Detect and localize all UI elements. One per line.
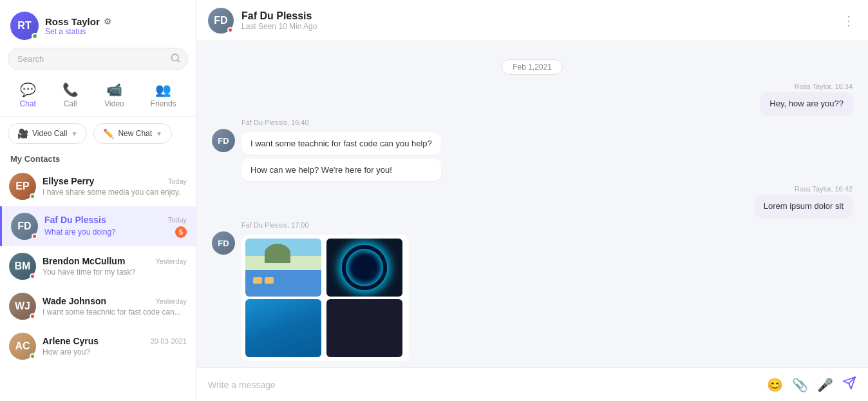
chat-contact-status: Last Seen 10 Min Ago	[241, 22, 317, 31]
media-thumb-blue[interactable]	[245, 299, 321, 357]
message-bubble: Lorem ipsum dolor sit	[755, 195, 853, 217]
contact-name: Wade Johnson	[42, 296, 106, 306]
chat-status-dot	[227, 27, 233, 33]
media-thumb-beach[interactable]	[245, 239, 321, 297]
list-item[interactable]: EP Ellyse Perry Today I have share some …	[0, 166, 196, 206]
contact-top: Faf Du Plessis Today	[44, 215, 187, 225]
contact-bottom: What are you doing? 5	[44, 225, 187, 238]
contact-preview: How are you?	[42, 347, 187, 357]
tab-video-label: Video	[104, 99, 124, 108]
chat-area: FD Faf Du Plessis Last Seen 10 Min Ago ⋮…	[196, 0, 868, 401]
tab-video[interactable]: 📹 Video	[98, 79, 130, 111]
send-icon[interactable]	[842, 376, 856, 393]
contact-name: Faf Du Plessis	[44, 215, 106, 225]
message-input[interactable]	[208, 380, 758, 390]
tab-friends-label: Friends	[151, 99, 176, 108]
contact-body: Arlene Cyrus 20-03-2021 How are you?	[42, 336, 187, 357]
new-chat-label: New Chat	[118, 129, 152, 138]
video-call-label: Video Call	[32, 129, 67, 138]
message-bubble: How can we help? We're here for you!	[241, 159, 441, 181]
contact-avatar-wrap: WJ	[9, 293, 36, 320]
message-bubble: I want some teachnic for fast code can y…	[241, 132, 441, 155]
chat-header-avatar: FD	[208, 8, 234, 34]
chat-header-left: FD Faf Du Plessis Last Seen 10 Min Ago	[208, 8, 317, 34]
video-call-icon: 🎥	[17, 128, 28, 139]
contact-avatar-wrap: FD	[11, 213, 38, 240]
incoming-media-avatar-initials: FD	[212, 231, 235, 255]
tab-friends[interactable]: 👥 Friends	[144, 79, 183, 111]
media-grid	[241, 235, 409, 361]
contact-body: Wade Johnson Yesterday I want some teach…	[42, 296, 187, 317]
status-dot	[30, 313, 35, 319]
contact-time: Yesterday	[155, 297, 187, 305]
user-name: Ross Taylor ⚙	[45, 16, 185, 27]
emoji-icon[interactable]: 😊	[767, 377, 783, 393]
more-options-icon[interactable]: ⋮	[842, 13, 856, 28]
message-sender: Faf Du Plessis, 16:40	[241, 119, 441, 126]
chat-contact-name: Faf Du Plessis	[241, 10, 317, 22]
contact-body: Ellyse Perry Today I have share some med…	[42, 176, 187, 197]
contact-time: Yesterday	[155, 257, 187, 265]
list-item[interactable]: AC Arlene Cyrus 20-03-2021 How are you?	[0, 326, 196, 366]
incoming-media-avatar: FD	[212, 231, 235, 255]
new-chat-button[interactable]: ✏️ New Chat ▼	[93, 123, 172, 144]
incoming-media-group: FD Faf Du Plessis, 17:00	[212, 221, 853, 361]
contact-name: Brendon McCullum	[42, 256, 125, 266]
contact-preview: What are you doing?	[44, 228, 116, 237]
contact-name: Ellyse Perry	[42, 176, 94, 186]
tab-call[interactable]: 📞 Call	[56, 79, 85, 111]
video-call-button[interactable]: 🎥 Video Call ▼	[8, 123, 87, 144]
date-divider-text: Feb 1,2021	[502, 59, 563, 75]
contact-name: Arlene Cyrus	[42, 336, 99, 346]
video-tab-icon: 📹	[106, 82, 122, 97]
message-sender: Ross Taylor, 16:42	[795, 185, 853, 193]
user-name-text: Ross Taylor	[45, 16, 100, 27]
contact-preview: I want some teachnic for fast code can..…	[42, 308, 187, 317]
date-divider: Feb 1,2021	[212, 61, 853, 72]
contact-preview: You have time for my task?	[42, 268, 187, 277]
list-item[interactable]: BM Brendon McCullum Yesterday You have t…	[0, 246, 196, 286]
media-sender: Faf Du Plessis, 17:00	[241, 221, 409, 229]
contact-avatar-wrap: EP	[9, 173, 36, 200]
microphone-icon[interactable]: 🎤	[817, 377, 833, 393]
contact-time: 20-03-2021	[151, 337, 187, 345]
chat-tab-icon: 💬	[20, 82, 36, 97]
status-dot	[30, 353, 35, 359]
pencil-icon: ✏️	[103, 128, 114, 139]
video-call-chevron: ▼	[71, 130, 77, 137]
set-status-link[interactable]: Set a status	[45, 27, 185, 36]
user-online-dot	[32, 33, 38, 39]
contact-time: Today	[168, 216, 187, 224]
contact-avatar-wrap: AC	[9, 333, 36, 360]
gear-icon[interactable]: ⚙	[104, 17, 111, 26]
incoming-messages: Faf Du Plessis, 16:40 I want some teachn…	[241, 119, 441, 181]
messages-area: Feb 1,2021 Ross Taylor, 16:34 Hey, how a…	[196, 41, 868, 367]
status-dot	[30, 273, 35, 279]
message-outgoing: Ross Taylor, 16:42 Lorem ipsum dolor sit	[212, 185, 853, 217]
contact-top: Wade Johnson Yesterday	[42, 296, 187, 306]
message-sender: Ross Taylor, 16:34	[795, 83, 853, 90]
search-icon	[171, 53, 180, 65]
tab-chat[interactable]: 💬 Chat	[13, 79, 42, 111]
media-thumb-circle[interactable]	[326, 239, 402, 297]
search-bar	[8, 48, 188, 70]
user-info: Ross Taylor ⚙ Set a status	[45, 16, 185, 36]
attachment-icon[interactable]: 📎	[792, 377, 808, 393]
sidebar: RT Ross Taylor ⚙ Set a status 💬 Chat 📞 C…	[0, 0, 196, 401]
user-header: RT Ross Taylor ⚙ Set a status	[0, 0, 196, 48]
new-chat-chevron: ▼	[156, 130, 162, 137]
message-bubble: Hey, how are you??	[760, 92, 853, 115]
chat-input-bar: 😊 📎 🎤	[196, 367, 868, 401]
contact-preview: I have share some media you can enjoy.	[42, 188, 187, 197]
media-thumb-dark[interactable]	[326, 299, 402, 357]
contact-avatar-wrap: BM	[9, 253, 36, 280]
incoming-avatar-initials: FD	[212, 129, 235, 152]
call-tab-icon: 📞	[62, 82, 79, 97]
list-item[interactable]: WJ Wade Johnson Yesterday I want some te…	[0, 286, 196, 326]
message-outgoing: Ross Taylor, 16:34 Hey, how are you??	[212, 83, 853, 115]
list-item[interactable]: FD Faf Du Plessis Today What are you doi…	[0, 206, 196, 246]
action-buttons: 🎥 Video Call ▼ ✏️ New Chat ▼	[0, 117, 196, 150]
search-input[interactable]	[8, 48, 188, 70]
chat-header: FD Faf Du Plessis Last Seen 10 Min Ago ⋮	[196, 0, 868, 41]
svg-line-1	[178, 60, 180, 62]
